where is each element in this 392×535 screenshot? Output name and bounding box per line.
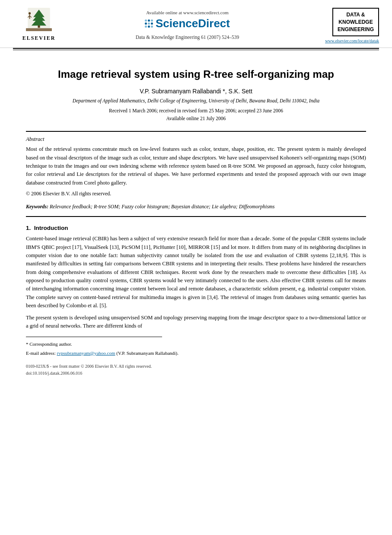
sd-dot [145, 19, 147, 22]
keywords-label: Keywords: [26, 204, 48, 210]
email-suffix: (V.P. Subramanyam Rallabandi). [116, 350, 178, 356]
keywords-line: Keywords: Relevance feedback; R-tree SOM… [26, 204, 366, 210]
abstract-bottom-divider [26, 216, 366, 217]
received-line: Received 1 March 2006; received in revis… [26, 107, 366, 115]
section1-para2: The present system is developed using un… [26, 314, 366, 331]
section1-number: 1. [26, 225, 31, 231]
sd-dot [148, 25, 150, 28]
sd-dot [148, 19, 150, 22]
journal-website[interactable]: www.elsevier.com/locate/datak [325, 38, 379, 43]
svg-point-5 [29, 12, 31, 14]
article-title: Image retrieval system using R-tree self… [26, 67, 366, 81]
abstract-top-divider [26, 131, 366, 132]
author-email[interactable]: rvpsubramanyam@yahoo.com [57, 350, 115, 356]
footnote-corresponding: * Corresponding author. [26, 341, 366, 348]
affiliation: Department of Applied Mathematics, Delhi… [26, 98, 366, 103]
authors: V.P. Subramanyam Rallabandi *, S.K. Sett [26, 88, 366, 95]
header-divider-thick [13, 48, 379, 49]
sd-dot [148, 22, 150, 25]
header: ELSEVIER Available online at www.science… [0, 0, 392, 48]
section1-para1: Content-based image retrieval (CBIR) has… [26, 235, 366, 310]
abstract-label: Abstract [26, 136, 366, 143]
abstract-section: Abstract Most of the retrieval systems c… [26, 136, 366, 197]
elsevier-wordmark: ELSEVIER [22, 35, 56, 41]
abstract-text: Most of the retrieval systems concentrat… [26, 145, 366, 187]
page: ELSEVIER Available online at www.science… [0, 0, 392, 535]
copyright: © 2006 Elsevier B.V. All rights reserved… [26, 191, 366, 197]
keywords-text: Relevance feedback; R-tree SOM; Fuzzy co… [50, 204, 274, 210]
elsevier-tree-logo [22, 8, 56, 34]
received-dates: Received 1 March 2006; received in revis… [26, 107, 366, 123]
dke-box-area: DATA & KNOWLEDGE ENGINEERING www.elsevie… [310, 8, 379, 43]
sd-dot [145, 22, 147, 25]
available-online-article: Available online 21 July 2006 [26, 115, 366, 122]
footnote-divider [26, 337, 162, 337]
dke-journal-box: DATA & KNOWLEDGE ENGINEERING [332, 8, 379, 36]
sd-dot [145, 25, 147, 28]
sd-dot [151, 22, 153, 25]
footer-issn: 0169-023X/$ - see front matter © 2006 El… [26, 363, 366, 377]
sd-dot [151, 19, 153, 22]
email-label: E-mail address: [26, 350, 56, 356]
dke-line3: ENGINEERING [338, 26, 374, 33]
footnote-email-line: E-mail address: rvpsubramanyam@yahoo.com… [26, 350, 366, 357]
dke-line1: DATA & [338, 11, 374, 19]
sciencedirect-logo: ScienceDirect [145, 17, 230, 30]
sd-dots-icon [145, 19, 153, 28]
sd-dot [151, 25, 153, 28]
section1-title: Introduction [34, 225, 68, 231]
sciencedirect-area: Available online at www.sciencedirect.co… [65, 8, 310, 40]
section1-heading: 1. Introduction [26, 225, 366, 231]
journal-info: Data & Knowledge Engineering 61 (2007) 5… [136, 35, 239, 40]
footer-issn-line: 0169-023X/$ - see front matter © 2006 El… [26, 363, 366, 370]
footer-doi-line: doi:10.1016/j.datak.2006.06.016 [26, 370, 366, 377]
sciencedirect-name: ScienceDirect [156, 17, 230, 30]
article-body: Image retrieval system using R-tree self… [0, 50, 392, 385]
svg-rect-9 [26, 28, 52, 31]
dke-line2: KNOWLEDGE [338, 19, 374, 26]
elsevier-logo-area: ELSEVIER [13, 8, 65, 41]
available-online-text: Available online at www.sciencedirect.co… [146, 10, 229, 15]
